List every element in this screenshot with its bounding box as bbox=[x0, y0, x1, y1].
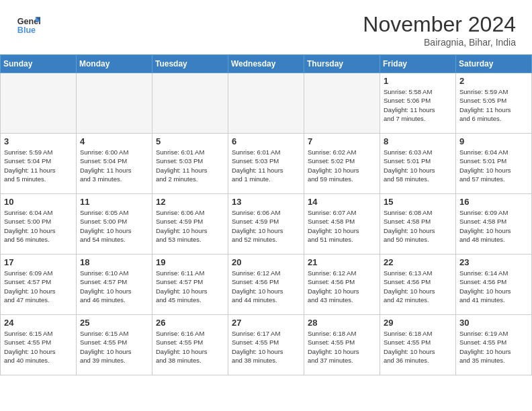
day-info: Sunrise: 6:08 AM Sunset: 4:58 PM Dayligh… bbox=[384, 208, 452, 244]
day-cell-17: 17Sunrise: 6:09 AM Sunset: 4:57 PM Dayli… bbox=[1, 255, 77, 315]
day-info: Sunrise: 6:19 AM Sunset: 4:55 PM Dayligh… bbox=[459, 329, 528, 365]
day-number: 6 bbox=[232, 136, 300, 146]
day-number: 3 bbox=[4, 136, 73, 146]
day-info: Sunrise: 6:15 AM Sunset: 4:55 PM Dayligh… bbox=[4, 329, 73, 365]
week-row-4: 17Sunrise: 6:09 AM Sunset: 4:57 PM Dayli… bbox=[1, 255, 532, 315]
day-number: 2 bbox=[459, 76, 528, 86]
day-info: Sunrise: 6:04 AM Sunset: 5:00 PM Dayligh… bbox=[4, 208, 73, 244]
day-cell-4: 4Sunrise: 6:00 AM Sunset: 5:04 PM Daylig… bbox=[77, 134, 152, 194]
day-number: 15 bbox=[384, 197, 452, 207]
day-cell-30: 30Sunrise: 6:19 AM Sunset: 4:55 PM Dayli… bbox=[456, 315, 532, 375]
day-cell-2: 2Sunrise: 5:59 AM Sunset: 5:05 PM Daylig… bbox=[456, 73, 532, 134]
location: Bairagnia, Bihar, India bbox=[363, 37, 516, 48]
day-cell-5: 5Sunrise: 6:01 AM Sunset: 5:03 PM Daylig… bbox=[152, 134, 228, 194]
day-cell-8: 8Sunrise: 6:03 AM Sunset: 5:01 PM Daylig… bbox=[380, 134, 456, 194]
day-cell-10: 10Sunrise: 6:04 AM Sunset: 5:00 PM Dayli… bbox=[1, 194, 77, 255]
day-cell-20: 20Sunrise: 6:12 AM Sunset: 4:56 PM Dayli… bbox=[228, 255, 304, 315]
day-cell-25: 25Sunrise: 6:15 AM Sunset: 4:55 PM Dayli… bbox=[77, 315, 152, 375]
week-row-5: 24Sunrise: 6:15 AM Sunset: 4:55 PM Dayli… bbox=[1, 315, 532, 375]
weekday-header-monday: Monday bbox=[77, 55, 152, 73]
day-cell-12: 12Sunrise: 6:06 AM Sunset: 4:59 PM Dayli… bbox=[152, 194, 228, 255]
day-info: Sunrise: 6:05 AM Sunset: 5:00 PM Dayligh… bbox=[80, 208, 148, 244]
weekday-header-sunday: Sunday bbox=[1, 55, 77, 73]
day-info: Sunrise: 6:14 AM Sunset: 4:56 PM Dayligh… bbox=[459, 269, 528, 304]
day-info: Sunrise: 6:09 AM Sunset: 4:57 PM Dayligh… bbox=[4, 269, 73, 304]
day-cell-21: 21Sunrise: 6:12 AM Sunset: 4:56 PM Dayli… bbox=[304, 255, 380, 315]
day-cell-14: 14Sunrise: 6:07 AM Sunset: 4:58 PM Dayli… bbox=[304, 194, 380, 255]
day-info: Sunrise: 6:07 AM Sunset: 4:58 PM Dayligh… bbox=[308, 208, 376, 244]
day-info: Sunrise: 5:59 AM Sunset: 5:04 PM Dayligh… bbox=[4, 148, 73, 183]
day-info: Sunrise: 5:59 AM Sunset: 5:05 PM Dayligh… bbox=[459, 87, 528, 123]
weekday-header-thursday: Thursday bbox=[304, 55, 380, 73]
day-number: 19 bbox=[156, 257, 224, 267]
day-cell-28: 28Sunrise: 6:18 AM Sunset: 4:55 PM Dayli… bbox=[304, 315, 380, 375]
day-cell-7: 7Sunrise: 6:02 AM Sunset: 5:02 PM Daylig… bbox=[304, 134, 380, 194]
day-info: Sunrise: 6:15 AM Sunset: 4:55 PM Dayligh… bbox=[80, 329, 148, 365]
day-info: Sunrise: 6:12 AM Sunset: 4:56 PM Dayligh… bbox=[308, 269, 376, 304]
day-info: Sunrise: 6:06 AM Sunset: 4:59 PM Dayligh… bbox=[156, 208, 224, 244]
day-number: 17 bbox=[4, 257, 73, 267]
day-number: 14 bbox=[308, 197, 376, 207]
day-cell-15: 15Sunrise: 6:08 AM Sunset: 4:58 PM Dayli… bbox=[380, 194, 456, 255]
day-info: Sunrise: 6:11 AM Sunset: 4:57 PM Dayligh… bbox=[156, 269, 224, 304]
day-cell-23: 23Sunrise: 6:14 AM Sunset: 4:56 PM Dayli… bbox=[456, 255, 532, 315]
weekday-header-friday: Friday bbox=[380, 55, 456, 73]
day-info: Sunrise: 6:16 AM Sunset: 4:55 PM Dayligh… bbox=[156, 329, 224, 365]
day-cell-26: 26Sunrise: 6:16 AM Sunset: 4:55 PM Dayli… bbox=[152, 315, 228, 375]
day-number: 26 bbox=[156, 318, 224, 328]
empty-cell bbox=[77, 73, 152, 134]
day-number: 27 bbox=[232, 318, 300, 328]
day-info: Sunrise: 5:58 AM Sunset: 5:06 PM Dayligh… bbox=[384, 87, 452, 123]
day-number: 21 bbox=[308, 257, 376, 267]
day-info: Sunrise: 6:02 AM Sunset: 5:02 PM Dayligh… bbox=[308, 148, 376, 183]
day-cell-19: 19Sunrise: 6:11 AM Sunset: 4:57 PM Dayli… bbox=[152, 255, 228, 315]
day-info: Sunrise: 6:17 AM Sunset: 4:55 PM Dayligh… bbox=[232, 329, 300, 365]
day-info: Sunrise: 6:01 AM Sunset: 5:03 PM Dayligh… bbox=[156, 148, 224, 183]
day-cell-18: 18Sunrise: 6:10 AM Sunset: 4:57 PM Dayli… bbox=[77, 255, 152, 315]
month-title: November 2024 bbox=[363, 12, 516, 37]
week-row-3: 10Sunrise: 6:04 AM Sunset: 5:00 PM Dayli… bbox=[1, 194, 532, 255]
weekday-header-tuesday: Tuesday bbox=[152, 55, 228, 73]
day-cell-3: 3Sunrise: 5:59 AM Sunset: 5:04 PM Daylig… bbox=[1, 134, 77, 194]
day-cell-11: 11Sunrise: 6:05 AM Sunset: 5:00 PM Dayli… bbox=[77, 194, 152, 255]
day-number: 28 bbox=[308, 318, 376, 328]
day-cell-1: 1Sunrise: 5:58 AM Sunset: 5:06 PM Daylig… bbox=[380, 73, 456, 134]
calendar-table: SundayMondayTuesdayWednesdayThursdayFrid… bbox=[0, 54, 532, 375]
empty-cell bbox=[304, 73, 380, 134]
day-number: 4 bbox=[80, 136, 148, 146]
day-number: 9 bbox=[459, 136, 528, 146]
day-info: Sunrise: 6:03 AM Sunset: 5:01 PM Dayligh… bbox=[384, 148, 452, 183]
day-number: 18 bbox=[80, 257, 148, 267]
day-info: Sunrise: 6:00 AM Sunset: 5:04 PM Dayligh… bbox=[80, 148, 148, 183]
day-cell-16: 16Sunrise: 6:09 AM Sunset: 4:58 PM Dayli… bbox=[456, 194, 532, 255]
day-cell-9: 9Sunrise: 6:04 AM Sunset: 5:01 PM Daylig… bbox=[456, 134, 532, 194]
day-info: Sunrise: 6:18 AM Sunset: 4:55 PM Dayligh… bbox=[384, 329, 452, 365]
logo: General Blue bbox=[16, 12, 43, 36]
day-cell-13: 13Sunrise: 6:06 AM Sunset: 4:59 PM Dayli… bbox=[228, 194, 304, 255]
week-row-1: 1Sunrise: 5:58 AM Sunset: 5:06 PM Daylig… bbox=[1, 73, 532, 134]
day-info: Sunrise: 6:06 AM Sunset: 4:59 PM Dayligh… bbox=[232, 208, 300, 244]
day-number: 25 bbox=[80, 318, 148, 328]
day-number: 1 bbox=[384, 76, 452, 86]
weekday-header-wednesday: Wednesday bbox=[228, 55, 304, 73]
day-info: Sunrise: 6:10 AM Sunset: 4:57 PM Dayligh… bbox=[80, 269, 148, 304]
day-number: 20 bbox=[232, 257, 300, 267]
day-info: Sunrise: 6:01 AM Sunset: 5:03 PM Dayligh… bbox=[232, 148, 300, 183]
day-info: Sunrise: 6:18 AM Sunset: 4:55 PM Dayligh… bbox=[308, 329, 376, 365]
title-block: November 2024 Bairagnia, Bihar, India bbox=[363, 12, 516, 48]
day-info: Sunrise: 6:12 AM Sunset: 4:56 PM Dayligh… bbox=[232, 269, 300, 304]
empty-cell bbox=[152, 73, 228, 134]
day-number: 30 bbox=[459, 318, 528, 328]
empty-cell bbox=[1, 73, 77, 134]
svg-text:Blue: Blue bbox=[17, 26, 36, 35]
day-number: 24 bbox=[4, 318, 73, 328]
day-info: Sunrise: 6:09 AM Sunset: 4:58 PM Dayligh… bbox=[459, 208, 528, 244]
weekday-header-saturday: Saturday bbox=[456, 55, 532, 73]
day-number: 11 bbox=[80, 197, 148, 207]
day-number: 23 bbox=[459, 257, 528, 267]
weekday-header-row: SundayMondayTuesdayWednesdayThursdayFrid… bbox=[1, 55, 532, 73]
day-cell-6: 6Sunrise: 6:01 AM Sunset: 5:03 PM Daylig… bbox=[228, 134, 304, 194]
day-number: 29 bbox=[384, 318, 452, 328]
day-number: 12 bbox=[156, 197, 224, 207]
day-number: 5 bbox=[156, 136, 224, 146]
